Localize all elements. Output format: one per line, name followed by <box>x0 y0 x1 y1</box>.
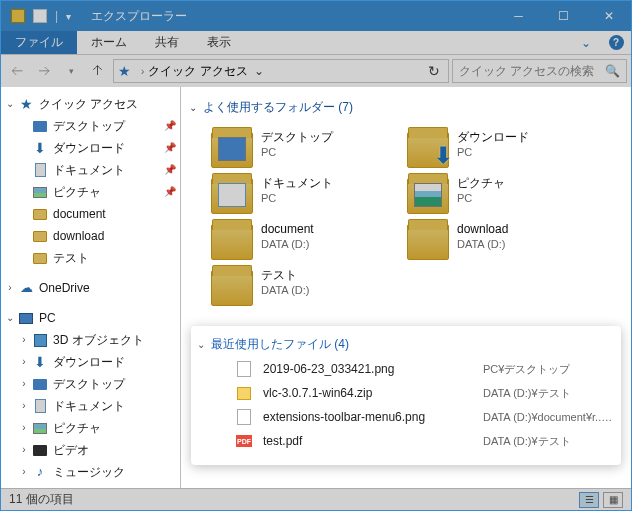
file-row[interactable]: vlc-3.0.7.1-win64.zipDATA (D:)¥テスト <box>195 381 617 405</box>
folder-item[interactable]: ピクチャPC <box>403 172 599 218</box>
folder-location: DATA (D:) <box>261 283 309 297</box>
tree-item[interactable]: テスト <box>1 247 180 269</box>
chevron-right-icon[interactable]: › <box>17 353 31 371</box>
tree-label: ミュージック <box>53 463 125 481</box>
folder-name: ピクチャ <box>457 176 505 191</box>
folder-item[interactable]: documentDATA (D:) <box>207 218 403 264</box>
tree-item[interactable]: ›ピクチャ <box>1 417 180 439</box>
video-icon <box>33 445 47 456</box>
tree-item[interactable]: ピクチャ📌 <box>1 181 180 203</box>
folder-location: PC <box>261 191 333 205</box>
file-name: test.pdf <box>263 434 483 448</box>
tree-onedrive[interactable]: › ☁ OneDrive <box>1 277 180 299</box>
ribbon: ファイル ホーム 共有 表示 ⌄ ? <box>1 31 631 55</box>
pic-icon <box>33 423 47 434</box>
folder-item[interactable]: デスクトップPC <box>207 126 403 172</box>
tree-label: デスクトップ <box>53 375 125 393</box>
tree-item[interactable]: document <box>1 203 180 225</box>
recent-dropdown-icon[interactable]: ▾ <box>59 59 83 83</box>
star-icon: ★ <box>17 96 35 112</box>
chevron-right-icon[interactable]: › <box>3 279 17 297</box>
address-dropdown-icon[interactable]: ⌄ <box>248 64 270 78</box>
section-recent-files[interactable]: ⌄ 最近使用したファイル (4) <box>195 332 617 357</box>
folder-name: テスト <box>261 268 309 283</box>
file-location: DATA (D:)¥テスト <box>483 434 571 449</box>
obj3d-icon <box>34 334 47 347</box>
qat-divider: | <box>55 9 58 23</box>
folder-item[interactable]: ドキュメントPC <box>207 172 403 218</box>
chevron-right-icon[interactable]: › <box>141 66 144 77</box>
tree-item[interactable]: ›3D オブジェクト <box>1 329 180 351</box>
file-name: extensions-toolbar-menu6.png <box>263 410 483 424</box>
qat-dropdown-icon[interactable]: ▾ <box>66 11 71 22</box>
forward-button[interactable]: 🡢 <box>32 59 56 83</box>
chevron-right-icon[interactable]: › <box>17 419 31 437</box>
maximize-button[interactable]: ☐ <box>541 1 586 31</box>
tab-share[interactable]: 共有 <box>141 31 193 54</box>
navigation-pane[interactable]: ⌄ ★ クイック アクセス デスクトップ📌⬇ダウンロード📌ドキュメント📌ピクチャ… <box>1 87 181 488</box>
tree-quick-access[interactable]: ⌄ ★ クイック アクセス <box>1 93 180 115</box>
chevron-down-icon[interactable]: ⌄ <box>3 95 17 113</box>
tree-item[interactable]: ›ドキュメント <box>1 395 180 417</box>
section-title: 最近使用したファイル (4) <box>211 336 349 353</box>
tree-item[interactable]: ⬇ダウンロード📌 <box>1 137 180 159</box>
folder-name: デスクトップ <box>261 130 333 145</box>
chevron-down-icon[interactable]: ⌄ <box>189 102 197 113</box>
tab-view[interactable]: 表示 <box>193 31 245 54</box>
folder-location: PC <box>457 145 529 159</box>
back-button[interactable]: 🡠 <box>5 59 29 83</box>
tree-label: ピクチャ <box>53 183 101 201</box>
tree-item[interactable]: ›⬇ダウンロード <box>1 351 180 373</box>
folder-icon <box>407 224 449 260</box>
tab-home[interactable]: ホーム <box>77 31 141 54</box>
folder-icon <box>33 231 47 242</box>
details-view-button[interactable]: ☰ <box>579 492 599 508</box>
file-tab[interactable]: ファイル <box>1 31 77 54</box>
tree-item[interactable]: download <box>1 225 180 247</box>
folder-item[interactable]: テストDATA (D:) <box>207 264 403 310</box>
minimize-button[interactable]: ─ <box>496 1 541 31</box>
close-button[interactable]: ✕ <box>586 1 631 31</box>
file-row[interactable]: extensions-toolbar-menu6.pngDATA (D:)¥do… <box>195 405 617 429</box>
tree-item[interactable]: ›デスクトップ <box>1 373 180 395</box>
search-box[interactable]: クイック アクセスの検索 🔍 <box>452 59 627 83</box>
chevron-right-icon[interactable]: › <box>17 375 31 393</box>
tree-label: ビデオ <box>53 441 89 459</box>
tree-item[interactable]: ›♪ミュージック <box>1 461 180 483</box>
address-bar: 🡠 🡢 ▾ 🡡 ★ › クイック アクセス ⌄ ↻ クイック アクセスの検索 🔍 <box>1 55 631 87</box>
refresh-button[interactable]: ↻ <box>424 63 444 79</box>
file-name: vlc-3.0.7.1-win64.zip <box>263 386 483 400</box>
qat-button[interactable] <box>33 9 47 23</box>
chevron-right-icon[interactable]: › <box>17 441 31 459</box>
folder-item[interactable]: downloadDATA (D:) <box>403 218 599 264</box>
folder-icon <box>33 253 47 264</box>
folder-icon <box>211 178 253 214</box>
file-row[interactable]: 2019-06-23_033421.pngPC¥デスクトップ <box>195 357 617 381</box>
tree-item[interactable]: デスクトップ📌 <box>1 115 180 137</box>
expand-ribbon-icon[interactable]: ⌄ <box>571 31 601 54</box>
app-icon <box>11 9 25 23</box>
chevron-down-icon[interactable]: ⌄ <box>3 309 17 327</box>
tree-label: ダウンロード <box>53 353 125 371</box>
section-frequent-folders[interactable]: ⌄ よく使用するフォルダー (7) <box>187 95 625 120</box>
chevron-down-icon[interactable]: ⌄ <box>197 339 205 350</box>
content-pane[interactable]: ⌄ よく使用するフォルダー (7) デスクトップPC⬇ダウンロードPCドキュメン… <box>181 87 631 488</box>
body: ⌄ ★ クイック アクセス デスクトップ📌⬇ダウンロード📌ドキュメント📌ピクチャ… <box>1 87 631 488</box>
tree-pc[interactable]: ⌄ PC <box>1 307 180 329</box>
quick-access-icon: ★ <box>118 63 131 79</box>
thumbs-view-button[interactable]: ▦ <box>603 492 623 508</box>
tree-item[interactable]: ドキュメント📌 <box>1 159 180 181</box>
help-button[interactable]: ? <box>601 31 631 54</box>
search-icon[interactable]: 🔍 <box>605 64 620 78</box>
tree-item[interactable]: ›ビデオ <box>1 439 180 461</box>
chevron-right-icon[interactable]: › <box>17 331 31 349</box>
chevron-right-icon[interactable]: › <box>17 463 31 481</box>
folder-item[interactable]: ⬇ダウンロードPC <box>403 126 599 172</box>
tree-label: PC <box>39 309 56 327</box>
folder-location: DATA (D:) <box>457 237 508 251</box>
chevron-right-icon[interactable]: › <box>17 397 31 415</box>
address-box[interactable]: ★ › クイック アクセス ⌄ ↻ <box>113 59 449 83</box>
pc-icon <box>19 313 33 324</box>
file-row[interactable]: PDFtest.pdfDATA (D:)¥テスト <box>195 429 617 453</box>
up-button[interactable]: 🡡 <box>86 59 110 83</box>
